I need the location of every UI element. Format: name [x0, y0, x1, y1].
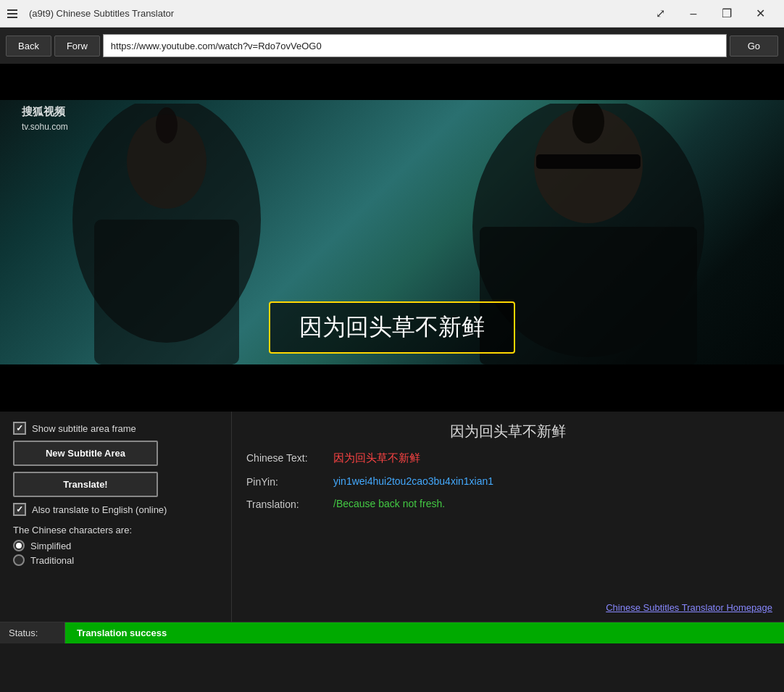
- url-input[interactable]: [103, 34, 727, 57]
- pinyin-row: PinYin: yin1wei4hui2tou2cao3bu4xin1xian1: [246, 475, 770, 488]
- translation-label: Translation:: [246, 498, 333, 510]
- charset-radio-group: The Chinese characters are: Simplified T…: [13, 525, 218, 569]
- left-panel: ✓ Show subtitle area frame New Subtitle …: [0, 412, 232, 622]
- status-label: Status:: [0, 622, 65, 643]
- translate-button[interactable]: Translate!: [13, 472, 158, 497]
- watermark: 搜狐视频 tv.sohu.com: [22, 104, 68, 133]
- traditional-radio-row[interactable]: Traditional: [13, 554, 218, 566]
- new-subtitle-area-button[interactable]: New Subtitle Area: [13, 441, 158, 466]
- watermark-bottom: tv.sohu.com: [22, 120, 68, 133]
- simplified-radio-row[interactable]: Simplified: [13, 540, 218, 551]
- chinese-text-value: 因为回头草不新鲜: [333, 451, 420, 465]
- svg-point-2: [156, 107, 178, 143]
- video-subtitle-text: 因为回头草不新鲜: [299, 314, 485, 340]
- translation-value: /Because back not fresh.: [333, 498, 445, 510]
- checkmark-icon: ✓: [16, 423, 23, 433]
- translation-title: 因为回头草不新鲜: [246, 422, 770, 441]
- letterbox-top: [0, 64, 784, 100]
- also-translate-checkbox[interactable]: ✓: [13, 503, 26, 516]
- show-subtitle-checkbox-row[interactable]: ✓ Show subtitle area frame: [13, 422, 218, 435]
- minimize-button[interactable]: –: [677, 3, 710, 25]
- status-value: Translation success: [65, 622, 784, 643]
- translation-row: Translation: /Because back not fresh.: [246, 498, 770, 510]
- status-bar: Status: Translation success: [0, 622, 784, 643]
- show-subtitle-checkbox[interactable]: ✓: [13, 422, 26, 435]
- homepage-link[interactable]: Chinese Subtitles Translator Homepage: [606, 602, 772, 613]
- also-translate-checkbox-row[interactable]: ✓ Also translate to English (online): [13, 503, 218, 516]
- checkmark2-icon: ✓: [16, 504, 23, 514]
- go-button[interactable]: Go: [730, 36, 778, 57]
- right-panel: 因为回头草不新鲜 Chinese Text: 因为回头草不新鲜 PinYin: …: [232, 412, 784, 622]
- svg-rect-6: [536, 154, 641, 169]
- close-button[interactable]: ✕: [743, 3, 777, 25]
- simplified-radio[interactable]: [13, 540, 25, 551]
- watermark-top: 搜狐视频: [22, 104, 68, 120]
- pinyin-value: yin1wei4hui2tou2cao3bu4xin1xian1: [333, 475, 493, 488]
- back-button[interactable]: Back: [6, 36, 51, 57]
- nav-bar: Back Forw Go: [0, 28, 784, 64]
- menu-icon[interactable]: [7, 7, 22, 21]
- traditional-label: Traditional: [30, 555, 74, 566]
- letterbox-bottom: [0, 364, 784, 412]
- svg-rect-3: [94, 220, 239, 364]
- video-background: 搜狐视频 tv.sohu.com 因为回头草不新鲜: [0, 64, 784, 412]
- video-area: 搜狐视频 tv.sohu.com 因为回头草不新鲜: [0, 64, 784, 412]
- forward-button[interactable]: Forw: [54, 36, 100, 57]
- charset-label: The Chinese characters are:: [13, 525, 218, 535]
- window-controls: ⤢ – ❐ ✕: [643, 3, 777, 25]
- app-title: (a9t9) Chinese Subtitles Translator: [29, 8, 643, 19]
- show-subtitle-label: Show subtitle area frame: [32, 423, 136, 434]
- also-translate-label: Also translate to English (online): [32, 504, 167, 515]
- restore-icon-btn[interactable]: ⤢: [643, 3, 677, 25]
- restore-button[interactable]: ❐: [710, 3, 743, 25]
- bottom-panel: ✓ Show subtitle area frame New Subtitle …: [0, 412, 784, 622]
- title-bar: (a9t9) Chinese Subtitles Translator ⤢ – …: [0, 0, 784, 28]
- simplified-radio-dot: [16, 543, 22, 549]
- pinyin-label: PinYin:: [246, 475, 333, 488]
- video-subtitle-box: 因为回头草不新鲜: [269, 301, 515, 354]
- chinese-text-label: Chinese Text:: [246, 451, 333, 465]
- chinese-text-row: Chinese Text: 因为回头草不新鲜: [246, 451, 770, 465]
- traditional-radio[interactable]: [13, 554, 25, 566]
- simplified-label: Simplified: [30, 541, 71, 551]
